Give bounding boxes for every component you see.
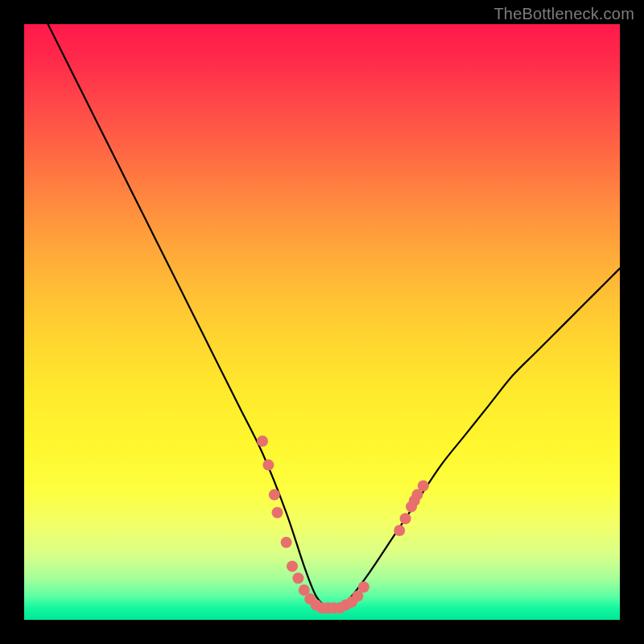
bottleneck-curve bbox=[48, 24, 620, 609]
data-marker bbox=[269, 489, 280, 501]
data-marker bbox=[418, 481, 429, 492]
watermark-text: TheBottleneck.com bbox=[493, 5, 634, 23]
data-marker bbox=[400, 513, 411, 524]
data-marker bbox=[262, 460, 274, 471]
data-marker bbox=[358, 581, 369, 592]
data-marker bbox=[287, 560, 298, 572]
data-marker bbox=[272, 507, 283, 518]
plot-area bbox=[24, 24, 620, 620]
data-marker bbox=[257, 436, 268, 447]
data-marker bbox=[281, 537, 292, 548]
marker-group bbox=[257, 436, 429, 613]
outer-frame: TheBottleneck.com bbox=[0, 0, 644, 644]
data-marker bbox=[292, 572, 303, 584]
chart-svg bbox=[24, 24, 620, 620]
data-marker bbox=[394, 525, 405, 536]
